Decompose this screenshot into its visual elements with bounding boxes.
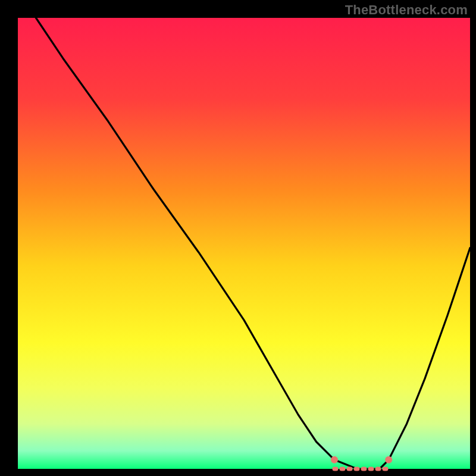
range-start-dot [331, 456, 338, 464]
chart-frame: TheBottleneck.com [0, 0, 476, 476]
range-end-dot [385, 456, 392, 464]
bottleneck-chart [0, 0, 476, 476]
plot-background [18, 18, 470, 469]
